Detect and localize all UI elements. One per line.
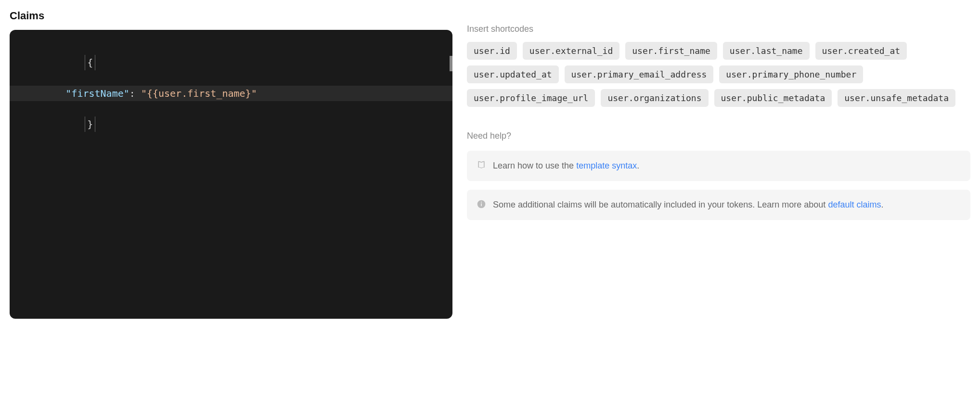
help-card-default-claims: Some additional claims will be automatic… [467,190,970,220]
svg-point-2 [481,202,482,203]
shortcode-user-unsafe-metadata[interactable]: user.unsafe_metadata [838,89,955,107]
json-key: "firstName" [65,88,129,99]
claims-title: Claims [10,10,452,22]
code-brace-open: { [85,55,95,70]
shortcode-user-organizations[interactable]: user.organizations [601,89,708,107]
code-editor[interactable]: { "firstName": "{{user.first_name}" } [10,30,452,319]
json-value: "{{user.first_name}" [141,88,257,99]
help-text-before: Some additional claims will be automatic… [493,200,828,209]
shortcode-user-id[interactable]: user.id [467,42,517,60]
book-icon [477,160,486,172]
shortcode-user-first-name[interactable]: user.first_name [625,42,717,60]
cursor-indicator [450,56,452,71]
help-text-before: Learn how to use the [493,161,576,170]
shortcodes-list: user.id user.external_id user.first_name… [467,42,970,107]
shortcode-user-primary-phone[interactable]: user.primary_phone_number [719,65,863,83]
help-text: Learn how to use the template syntax. [493,159,639,172]
info-icon [477,199,486,211]
code-line-active: "firstName": "{{user.first_name}" [10,86,452,101]
help-text: Some additional claims will be automatic… [493,198,883,211]
help-text-after: . [637,161,639,170]
default-claims-link[interactable]: default claims [828,200,881,209]
svg-rect-1 [481,203,482,206]
shortcode-user-profile-image[interactable]: user.profile_image_url [467,89,595,107]
shortcode-user-external-id[interactable]: user.external_id [523,42,619,60]
help-text-after: . [881,200,883,209]
template-syntax-link[interactable]: template syntax [576,161,637,170]
help-label: Need help? [467,131,970,141]
help-card-template-syntax: Learn how to use the template syntax. [467,151,970,181]
shortcodes-label: Insert shortcodes [467,24,970,34]
shortcode-user-public-metadata[interactable]: user.public_metadata [714,89,832,107]
shortcode-user-updated-at[interactable]: user.updated_at [467,65,559,83]
code-brace-close: } [85,117,95,132]
json-colon: : [129,88,141,99]
shortcode-user-primary-email[interactable]: user.primary_email_address [565,65,714,83]
shortcode-user-created-at[interactable]: user.created_at [815,42,907,60]
shortcode-user-last-name[interactable]: user.last_name [723,42,810,60]
